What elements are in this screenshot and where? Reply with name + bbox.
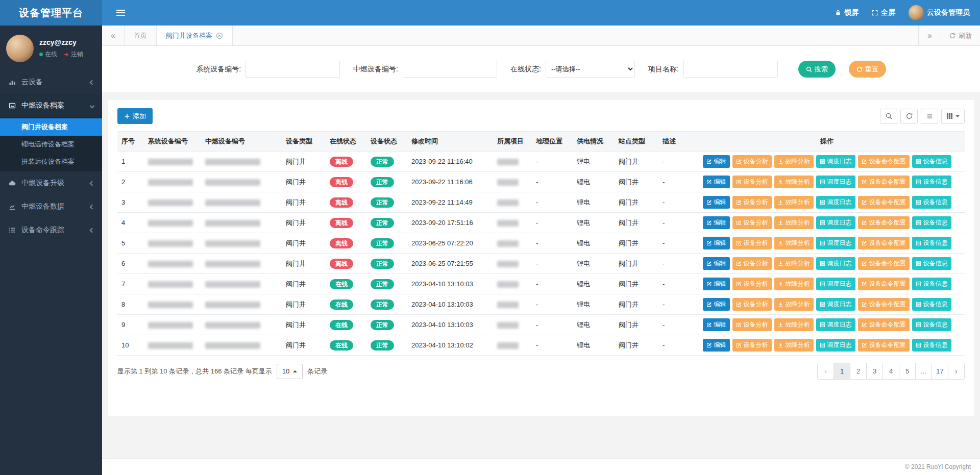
dispatch-log-button[interactable]: 调度日志	[816, 298, 855, 311]
sidebar-item-device-upgrade[interactable]: 中燃设备升级	[0, 171, 102, 195]
next-page-button[interactable]: ›	[948, 363, 965, 380]
reset-button[interactable]: 重置	[849, 61, 886, 78]
page-1-button[interactable]: 1	[834, 363, 850, 380]
device-command-config-button[interactable]: 设备命令配置	[858, 257, 910, 270]
device-info-button[interactable]: 设备信息	[912, 278, 951, 290]
device-analysis-button[interactable]: 设备分析	[732, 278, 772, 290]
device-analysis-button[interactable]: 设备分析	[732, 155, 772, 168]
fault-analysis-button[interactable]: 故障分析	[774, 237, 814, 249]
device-command-config-button[interactable]: 设备命令配置	[858, 298, 910, 311]
device-command-config-button[interactable]: 设备命令配置	[858, 278, 910, 290]
edit-button[interactable]: 编辑	[703, 339, 730, 352]
page-3-button[interactable]: 3	[866, 363, 883, 380]
sidebar-toggle-button[interactable]	[112, 8, 129, 17]
sidebar-item-command-tracking[interactable]: 设备命令跟踪	[0, 218, 102, 242]
device-info-button[interactable]: 设备信息	[912, 298, 951, 311]
fault-analysis-button[interactable]: 故障分析	[774, 155, 814, 168]
fault-analysis-button[interactable]: 故障分析	[774, 318, 814, 331]
table-search-button[interactable]	[880, 109, 897, 124]
edit-button[interactable]: 编辑	[703, 298, 730, 311]
edit-button[interactable]: 编辑	[703, 278, 730, 290]
edit-button[interactable]: 编辑	[703, 216, 730, 229]
dispatch-log-button[interactable]: 调度日志	[816, 176, 855, 188]
dispatch-log-button[interactable]: 调度日志	[816, 155, 855, 168]
system-device-no-input[interactable]	[246, 61, 340, 78]
device-info-button[interactable]: 设备信息	[912, 339, 951, 352]
edit-button[interactable]: 编辑	[703, 318, 730, 331]
device-info-button[interactable]: 设备信息	[912, 155, 951, 168]
device-info-button[interactable]: 设备信息	[912, 318, 951, 331]
fault-analysis-button[interactable]: 故障分析	[774, 196, 814, 209]
edit-button[interactable]: 编辑	[703, 237, 730, 249]
sidebar-item-zhongran-archive[interactable]: 中燃设备档案	[0, 94, 102, 117]
fault-analysis-button[interactable]: 故障分析	[774, 216, 814, 229]
fault-analysis-button[interactable]: 故障分析	[774, 278, 814, 290]
logout-link[interactable]: 注销	[63, 50, 83, 59]
device-command-config-button[interactable]: 设备命令配置	[858, 339, 910, 352]
tabs-scroll-left-button[interactable]: «	[102, 26, 125, 45]
page-4-button[interactable]: 4	[883, 363, 899, 380]
device-info-button[interactable]: 设备信息	[912, 257, 951, 270]
dispatch-log-button[interactable]: 调度日志	[816, 318, 855, 331]
lock-screen-button[interactable]: 锁屏	[835, 8, 859, 17]
page-2-button[interactable]: 2	[850, 363, 867, 380]
zhongran-device-no-input[interactable]	[403, 61, 497, 78]
device-analysis-button[interactable]: 设备分析	[732, 298, 772, 311]
device-info-button[interactable]: 设备信息	[912, 176, 951, 188]
project-name-input[interactable]	[683, 61, 778, 78]
device-command-config-button[interactable]: 设备命令配置	[858, 318, 910, 331]
device-analysis-button[interactable]: 设备分析	[732, 339, 772, 352]
dispatch-log-button[interactable]: 调度日志	[816, 339, 855, 352]
dispatch-log-button[interactable]: 调度日志	[816, 257, 855, 270]
table-refresh-button[interactable]	[900, 109, 918, 124]
device-info-button[interactable]: 设备信息	[912, 216, 951, 229]
device-info-button[interactable]: 设备信息	[912, 196, 951, 209]
sidebar-item-device-data[interactable]: 中燃设备数据	[0, 195, 102, 218]
edit-button[interactable]: 编辑	[703, 155, 730, 168]
user-menu[interactable]: 云设备管理员	[909, 5, 970, 20]
dispatch-log-button[interactable]: 调度日志	[816, 216, 855, 229]
device-analysis-button[interactable]: 设备分析	[732, 196, 772, 209]
edit-button[interactable]: 编辑	[703, 257, 730, 270]
sidebar-item-cloud-device[interactable]: 云设备	[0, 70, 102, 94]
fullscreen-button[interactable]: 全屏	[872, 8, 895, 17]
online-status-select[interactable]: --请选择--	[546, 61, 635, 78]
device-command-config-button[interactable]: 设备命令配置	[858, 216, 910, 229]
page-5-button[interactable]: 5	[899, 363, 916, 380]
profile-avatar[interactable]	[6, 35, 34, 62]
page-17-button[interactable]: 17	[932, 363, 948, 380]
tab-valve-well-archive[interactable]: 阀门井设备档案	[156, 26, 233, 45]
page-size-dropdown[interactable]: 10	[277, 364, 303, 379]
device-analysis-button[interactable]: 设备分析	[732, 237, 772, 249]
fault-analysis-button[interactable]: 故障分析	[774, 339, 814, 352]
fault-analysis-button[interactable]: 故障分析	[774, 176, 814, 188]
edit-button[interactable]: 编辑	[703, 196, 730, 209]
search-button[interactable]: 搜索	[798, 61, 836, 78]
dispatch-log-button[interactable]: 调度日志	[816, 196, 855, 209]
sidebar-subitem-valve-well-archive[interactable]: 阀门井设备档案	[0, 118, 102, 136]
device-command-config-button[interactable]: 设备命令配置	[858, 155, 910, 168]
device-analysis-button[interactable]: 设备分析	[732, 318, 772, 331]
device-command-config-button[interactable]: 设备命令配置	[858, 176, 910, 188]
page-ellipsis[interactable]: ...	[915, 363, 932, 380]
tab-home[interactable]: 首页	[125, 26, 156, 45]
toggle-view-button[interactable]	[921, 109, 938, 124]
tabs-scroll-right-button[interactable]: »	[918, 26, 941, 45]
columns-dropdown-button[interactable]	[941, 109, 965, 124]
dispatch-log-button[interactable]: 调度日志	[816, 237, 855, 249]
fault-analysis-button[interactable]: 故障分析	[774, 298, 814, 311]
device-analysis-button[interactable]: 设备分析	[732, 257, 772, 270]
device-analysis-button[interactable]: 设备分析	[732, 176, 772, 188]
edit-button[interactable]: 编辑	[703, 176, 730, 188]
sidebar-subitem-lithium-remote-archive[interactable]: 锂电远传设备档案	[0, 136, 102, 153]
device-command-config-button[interactable]: 设备命令配置	[858, 237, 910, 249]
add-button[interactable]: 添加	[117, 108, 153, 124]
dispatch-log-button[interactable]: 调度日志	[816, 278, 855, 290]
fault-analysis-button[interactable]: 故障分析	[774, 257, 814, 270]
device-analysis-button[interactable]: 设备分析	[732, 216, 772, 229]
prev-page-button[interactable]: ‹	[817, 363, 834, 380]
device-info-button[interactable]: 设备信息	[912, 237, 951, 249]
device-command-config-button[interactable]: 设备命令配置	[858, 196, 910, 209]
sidebar-subitem-assembled-remote-archive[interactable]: 拼装远传设备档案	[0, 153, 102, 170]
refresh-tab-button[interactable]: 刷新	[941, 26, 980, 45]
